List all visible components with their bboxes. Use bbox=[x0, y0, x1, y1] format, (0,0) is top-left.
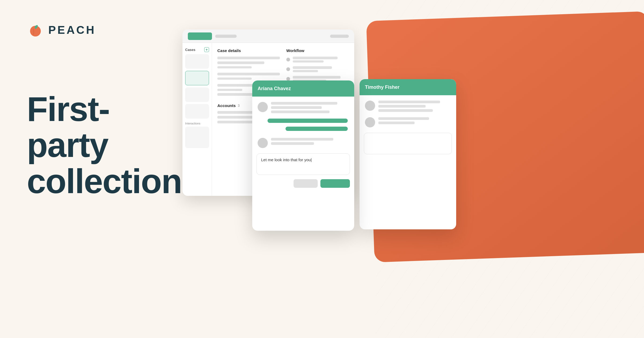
workflow-step-1 bbox=[286, 57, 349, 63]
chat-header-ariana: Ariana Chavez bbox=[252, 80, 354, 97]
timothy-message-2 bbox=[365, 117, 451, 127]
workflow-dot-2 bbox=[286, 67, 290, 71]
timothy-input[interactable] bbox=[364, 133, 452, 154]
detail-line-4 bbox=[217, 73, 280, 75]
detail-line-5 bbox=[217, 78, 252, 80]
peach-logo-icon bbox=[27, 21, 44, 39]
accounts-count: 3 bbox=[238, 104, 240, 108]
cases-label: Cases + bbox=[185, 47, 209, 52]
case-details-title: Case details bbox=[217, 48, 280, 53]
workflow-dot-1 bbox=[286, 58, 290, 61]
chat-panel-timothy: Timothy Fisher bbox=[360, 79, 456, 229]
workflow-title: Workflow bbox=[286, 48, 349, 53]
chat-lines-2 bbox=[271, 138, 349, 145]
chat-body-ariana bbox=[252, 97, 354, 153]
cases-sidebar: Cases + Interactions bbox=[182, 43, 212, 196]
detail-line-2 bbox=[217, 61, 264, 64]
chat-panel-ariana: Ariana Chavez Let me look into t bbox=[252, 80, 354, 231]
chat-actions bbox=[252, 179, 354, 192]
sent-bubble-2 bbox=[286, 127, 348, 131]
chat-name-timothy: Timothy Fisher bbox=[365, 84, 400, 90]
case-card-3[interactable] bbox=[185, 87, 209, 102]
case-card-4[interactable] bbox=[185, 104, 209, 119]
active-tab[interactable] bbox=[188, 32, 212, 40]
logo: PEACH bbox=[27, 21, 96, 39]
detail-line-7 bbox=[217, 89, 242, 91]
chat-input-text: Let me look into that for you| bbox=[261, 157, 312, 162]
interactions-label: Interactions bbox=[185, 122, 209, 125]
case-card-1[interactable] bbox=[185, 54, 209, 69]
detail-line-1 bbox=[217, 57, 280, 59]
timothy-lines-1 bbox=[378, 101, 451, 112]
panel-main-header bbox=[182, 30, 354, 43]
chat-body-timothy bbox=[360, 95, 456, 133]
sent-messages bbox=[258, 119, 349, 133]
workflow-lines-2 bbox=[293, 66, 349, 72]
chat-message-1 bbox=[258, 102, 349, 113]
inactive-tab-2[interactable] bbox=[330, 35, 349, 38]
sent-bubble-1 bbox=[268, 119, 348, 123]
cancel-button[interactable] bbox=[294, 179, 318, 188]
chat-input[interactable]: Let me look into that for you| bbox=[257, 153, 350, 175]
workflow-dot-3 bbox=[286, 77, 290, 81]
case-card-2-active[interactable] bbox=[185, 71, 209, 85]
timothy-message-1 bbox=[365, 101, 451, 112]
workflow-step-2 bbox=[286, 66, 349, 72]
detail-line-3 bbox=[217, 66, 252, 68]
workflow-lines-1 bbox=[293, 57, 349, 63]
chat-name-ariana: Ariana Chavez bbox=[258, 86, 291, 91]
send-button[interactable] bbox=[320, 179, 350, 188]
add-case-button[interactable]: + bbox=[204, 47, 209, 52]
timothy-lines-2 bbox=[378, 117, 451, 124]
headline-text: First-party collections bbox=[27, 91, 182, 199]
logo-text: PEACH bbox=[48, 24, 96, 36]
timothy-avatar-1 bbox=[365, 101, 375, 111]
chat-message-2 bbox=[258, 138, 349, 148]
headline-block: First-party collections bbox=[27, 91, 182, 199]
chat-lines-1 bbox=[271, 102, 349, 113]
chat-avatar-2 bbox=[258, 138, 268, 148]
timothy-avatar-2 bbox=[365, 117, 375, 127]
interaction-card-1[interactable] bbox=[185, 127, 209, 148]
chat-avatar-1 bbox=[258, 102, 268, 112]
chat-header-timothy: Timothy Fisher bbox=[360, 79, 456, 95]
inactive-tab-1[interactable] bbox=[215, 35, 237, 38]
